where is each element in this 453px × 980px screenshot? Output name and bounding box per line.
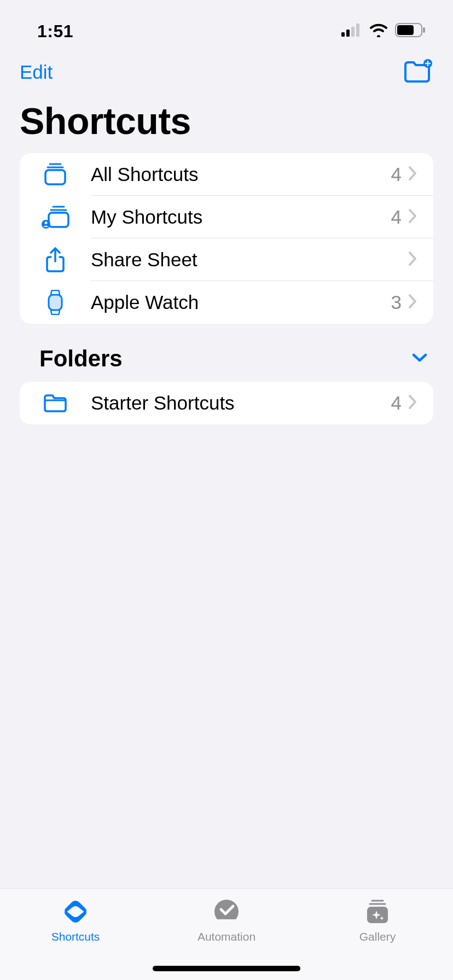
gallery-tab-icon	[364, 896, 391, 927]
edit-button[interactable]: Edit	[20, 61, 53, 83]
chevron-right-icon	[408, 251, 417, 269]
svg-rect-0	[341, 32, 345, 37]
list-label: Share Sheet	[91, 249, 402, 271]
list-label: Apple Watch	[91, 291, 391, 313]
all-shortcuts-icon	[38, 162, 72, 186]
svg-rect-3	[356, 24, 359, 37]
folder-icon	[38, 393, 72, 413]
chevron-down-icon	[411, 353, 428, 365]
list-count: 4	[391, 206, 402, 228]
tab-automation[interactable]: Automation	[172, 896, 281, 943]
svg-rect-19	[217, 919, 236, 924]
list-count: 4	[391, 392, 402, 414]
svg-rect-16	[49, 295, 62, 310]
page-title: Shortcuts	[0, 91, 453, 153]
list-count: 3	[391, 291, 402, 313]
status-icons	[341, 23, 427, 39]
status-bar: 1:51	[0, 0, 453, 48]
cellular-icon	[341, 24, 362, 39]
svg-rect-6	[423, 27, 425, 33]
shortcuts-tab-icon	[61, 896, 90, 927]
home-indicator	[153, 966, 300, 971]
list-count: 4	[391, 164, 402, 185]
tab-shortcuts[interactable]: Shortcuts	[21, 896, 130, 943]
add-folder-button[interactable]	[404, 59, 433, 85]
tab-label: Shortcuts	[51, 930, 100, 943]
svg-rect-10	[45, 170, 65, 184]
list-item-my-shortcuts[interactable]: My Shortcuts 4	[20, 196, 433, 238]
nav-bar: Edit	[0, 48, 453, 91]
list-item-share-sheet[interactable]: Share Sheet	[20, 238, 433, 281]
list-label: All Shortcuts	[91, 164, 391, 185]
list-item-all-shortcuts[interactable]: All Shortcuts 4	[20, 153, 433, 196]
my-shortcuts-icon	[38, 205, 72, 229]
svg-rect-2	[351, 27, 355, 37]
apple-watch-icon	[38, 290, 72, 315]
share-sheet-icon	[38, 247, 72, 272]
tab-gallery[interactable]: Gallery	[323, 896, 432, 943]
svg-rect-5	[397, 25, 414, 35]
chevron-right-icon	[408, 394, 417, 412]
categories-list: All Shortcuts 4 My Shortcuts 4	[20, 153, 433, 324]
chevron-right-icon	[408, 208, 417, 226]
list-item-starter-shortcuts[interactable]: Starter Shortcuts 4	[20, 382, 433, 424]
list-label: Starter Shortcuts	[91, 392, 391, 414]
tab-label: Automation	[198, 930, 255, 943]
automation-tab-icon	[213, 896, 240, 927]
wifi-icon	[369, 23, 388, 39]
battery-icon	[395, 23, 427, 39]
svg-rect-1	[346, 30, 350, 37]
svg-rect-13	[49, 213, 68, 227]
list-label: My Shortcuts	[91, 206, 391, 228]
chevron-right-icon	[408, 294, 417, 311]
tab-label: Gallery	[359, 930, 396, 943]
list-item-apple-watch[interactable]: Apple Watch 3	[20, 281, 433, 324]
folders-list: Starter Shortcuts 4	[20, 382, 433, 424]
status-time: 1:51	[37, 21, 73, 42]
folders-title: Folders	[39, 346, 123, 372]
chevron-right-icon	[408, 166, 417, 183]
svg-point-15	[45, 221, 48, 224]
folder-plus-icon	[404, 59, 433, 83]
folders-header[interactable]: Folders	[0, 346, 453, 382]
